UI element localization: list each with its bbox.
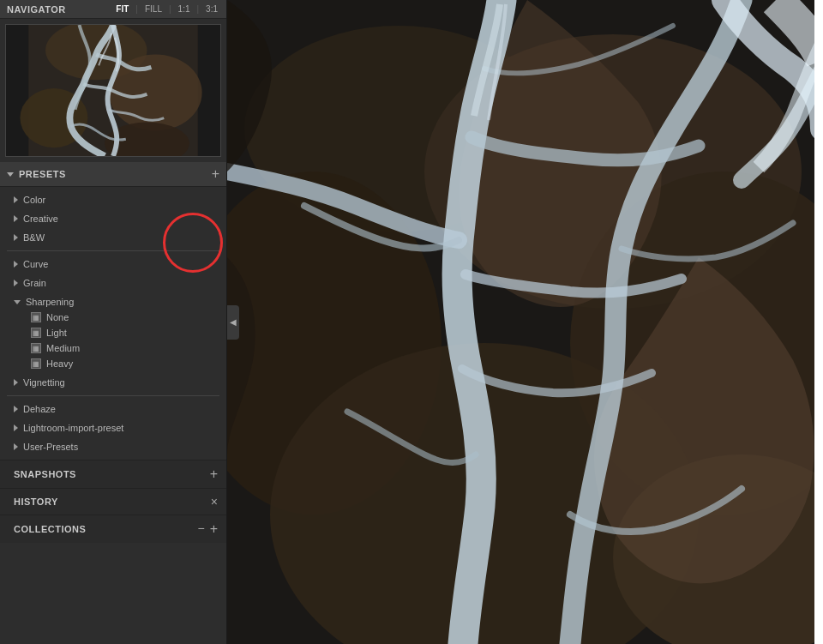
preset-sub-medium[interactable]: ▦ Medium [0, 340, 226, 356]
snapshots-add-button[interactable]: + [210, 466, 218, 482]
preset-sub-light[interactable]: ▦ Light [0, 325, 226, 340]
preset-item-dehaze[interactable]: Dehaze [0, 401, 226, 417]
preset-item-bw[interactable]: B&W [0, 230, 226, 245]
preset-group-dehaze: Dehaze [0, 400, 226, 418]
right-margin [814, 0, 823, 644]
history-title: History [14, 497, 211, 507]
presets-actions: + [212, 166, 219, 182]
preset-sub-heavy[interactable]: ▦ Heavy [0, 356, 226, 371]
preset-group-color: Color [0, 190, 226, 209]
creative-expand-icon [14, 215, 18, 222]
preset-user-label: User-Presets [23, 442, 78, 452]
preset-item-lr-import[interactable]: Lightroom-import-preset [0, 420, 226, 436]
preset-medium-label: Medium [46, 343, 80, 353]
grain-expand-icon [14, 280, 18, 286]
collections-title: Collections [14, 524, 197, 534]
preset-group-sharpening: Sharpening ▦ None ▦ Light ▦ Medium ▦ Hea… [0, 292, 226, 373]
preset-none-label: None [46, 312, 69, 322]
curve-expand-icon [14, 261, 18, 268]
preset-item-vignetting[interactable]: Vignetting [0, 375, 226, 390]
preset-item-user[interactable]: User-Presets [0, 439, 226, 454]
preset-light-label: Light [46, 328, 67, 338]
divider-2 [7, 395, 219, 396]
preset-curve-label: Curve [23, 259, 48, 269]
main-photo [227, 0, 823, 644]
divider-1 [7, 250, 219, 251]
preset-item-curve[interactable]: Curve [0, 256, 226, 272]
navigator-header[interactable]: Navigator FIT | FILL | 1:1 | 3:1 [0, 0, 226, 19]
collections-add-button[interactable]: + [210, 521, 218, 537]
preset-group-vignetting: Vignetting [0, 373, 226, 392]
preset-heavy-icon: ▦ [31, 358, 41, 369]
snapshots-section: Snapshots + [0, 460, 226, 488]
preset-medium-icon: ▦ [31, 343, 41, 353]
preset-group-bw: B&W [0, 228, 226, 247]
main-content [227, 0, 823, 644]
collapse-icon: ◀ [230, 317, 237, 327]
bw-expand-icon [14, 234, 18, 241]
preset-item-color[interactable]: Color [0, 192, 226, 208]
preset-item-creative[interactable]: Creative [0, 211, 226, 226]
collections-header[interactable]: Collections − + [0, 515, 226, 543]
preset-item-grain[interactable]: Grain [0, 275, 226, 291]
preset-color-label: Color [23, 195, 45, 205]
color-expand-icon [14, 196, 18, 203]
preset-group-user: User-Presets [0, 437, 226, 456]
navigator-content [0, 19, 226, 162]
left-panel: Navigator FIT | FILL | 1:1 | 3:1 [0, 0, 227, 644]
presets-title: Presets [19, 169, 212, 179]
presets-add-button[interactable]: + [212, 166, 219, 182]
navigator-title: Navigator [7, 4, 114, 15]
preset-lr-import-label: Lightroom-import-preset [23, 423, 123, 433]
collections-minus-button[interactable]: − [197, 521, 204, 537]
collections-actions: − + [197, 521, 218, 537]
preset-item-sharpening[interactable]: Sharpening [0, 294, 226, 310]
preset-dehaze-label: Dehaze [23, 404, 56, 414]
preset-bw-label: B&W [23, 232, 45, 243]
preset-group-curve: Curve [0, 255, 226, 274]
history-header[interactable]: History × [0, 489, 226, 515]
navigator-thumbnail[interactable] [5, 24, 221, 157]
user-expand-icon [14, 443, 18, 450]
preset-heavy-label: Heavy [46, 358, 73, 369]
preset-group-lr-import: Lightroom-import-preset [0, 418, 226, 437]
left-panel-collapse-button[interactable]: ◀ [227, 305, 239, 340]
snapshots-header[interactable]: Snapshots + [0, 460, 226, 488]
zoom-fill[interactable]: FILL [143, 3, 164, 15]
preset-none-icon: ▦ [31, 312, 41, 322]
presets-content: Color Creative B&W Curve G [0, 187, 226, 460]
preset-sub-none[interactable]: ▦ None [0, 310, 226, 325]
navigator-image [6, 25, 220, 156]
preset-creative-label: Creative [23, 214, 58, 224]
history-section: History × [0, 488, 226, 515]
preset-group-creative: Creative [0, 209, 226, 228]
presets-header[interactable]: Presets + [0, 162, 226, 187]
snapshots-title: Snapshots [14, 469, 210, 479]
lr-import-expand-icon [14, 424, 18, 431]
vignetting-expand-icon [14, 379, 18, 386]
photo-view[interactable] [227, 0, 823, 644]
presets-collapse-icon [7, 172, 14, 177]
zoom-3to1[interactable]: 3:1 [204, 3, 219, 15]
sharpening-expand-icon [14, 300, 21, 304]
zoom-options: FIT | FILL | 1:1 | 3:1 [114, 3, 219, 15]
history-close-button[interactable]: × [211, 495, 218, 509]
preset-grain-label: Grain [23, 278, 46, 288]
preset-light-icon: ▦ [31, 328, 41, 338]
preset-vignetting-label: Vignetting [23, 377, 65, 388]
collections-section: Collections − + [0, 515, 226, 543]
zoom-1to1[interactable]: 1:1 [177, 3, 192, 15]
preset-sharpening-label: Sharpening [26, 297, 74, 307]
zoom-fit[interactable]: FIT [114, 3, 130, 15]
dehaze-expand-icon [14, 406, 18, 412]
preset-group-grain: Grain [0, 274, 226, 292]
